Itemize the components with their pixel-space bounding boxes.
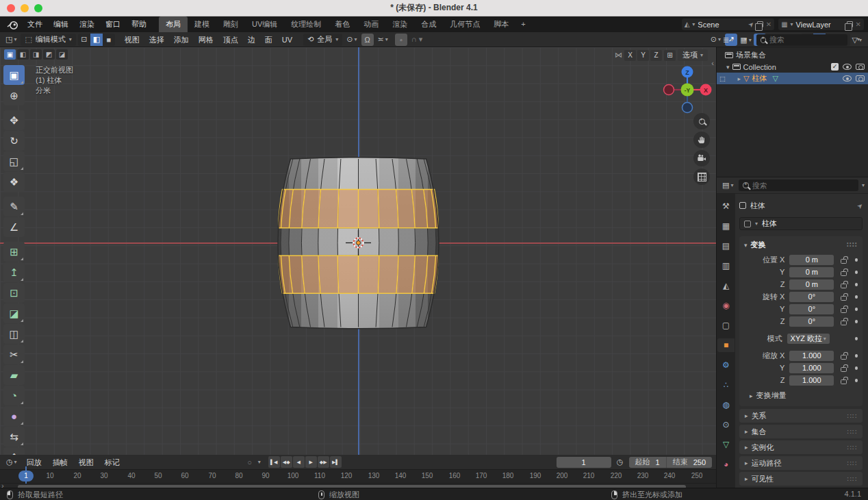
delta-transform-subpanel[interactable]: ▸ 变换增量 — [744, 390, 858, 401]
particles-tab[interactable]: ∴ — [717, 378, 735, 392]
outliner-editor-type-button[interactable]: ≣ ▾ — [721, 34, 735, 46]
viewport-menu-item[interactable]: 选择 — [144, 32, 169, 47]
viewport-menu-item[interactable]: 视图 — [120, 32, 144, 47]
viewport-menu-item[interactable]: 添加 — [169, 32, 194, 47]
duplicate-scene-icon[interactable] — [757, 21, 763, 27]
select-extend-icon[interactable]: ◧ — [17, 49, 29, 60]
scale-value-field[interactable]: 1.000 — [789, 363, 834, 373]
outliner-search-input[interactable] — [769, 36, 843, 44]
outliner-search[interactable] — [756, 34, 847, 46]
snap-toggle[interactable]: Ω — [361, 34, 374, 46]
frame-end-field[interactable]: 结束250 — [667, 457, 712, 468]
add-workspace-button[interactable]: + — [515, 16, 531, 32]
edge-slide-tool[interactable]: ⇆ — [3, 427, 25, 447]
timeline-menu-item[interactable]: 插帧 — [47, 455, 73, 470]
disable-render-camera-icon[interactable] — [856, 64, 865, 70]
lock-icon[interactable] — [841, 379, 846, 384]
previous-keyframe-button[interactable]: ◀◆ — [281, 456, 292, 468]
timeline-menu-item[interactable]: 视图 — [73, 455, 99, 470]
rotation-mode-dropdown[interactable]: XYZ 欧拉▾ — [787, 334, 830, 344]
timeline-editor-type-button[interactable]: ◷ ▾ — [4, 456, 19, 468]
spin-tool[interactable]: ◔ — [3, 386, 25, 405]
object-row[interactable]: ⬚ ▸ ▽ 柱体 ▽ — [717, 73, 868, 84]
properties-search[interactable] — [739, 179, 858, 191]
transform-value-field[interactable]: 0 m — [789, 267, 834, 277]
transform-value-field[interactable]: 0° — [789, 316, 834, 327]
select-subtract-icon[interactable]: ◨ — [30, 49, 42, 60]
pivot-point-dropdown[interactable]: ⊙ ▾ — [344, 34, 359, 46]
lock-icon[interactable] — [841, 259, 846, 264]
poly-build-tool[interactable]: ▰ — [3, 365, 25, 385]
zoom-view-button[interactable] — [693, 113, 710, 129]
keyframe-dot-icon[interactable] — [855, 295, 858, 299]
proportional-falloff-dropdown[interactable]: ∩ ▾ — [409, 34, 424, 46]
scale-tool[interactable]: ◱ — [3, 151, 25, 171]
workspace-tab[interactable]: 动画 — [357, 16, 385, 32]
workspace-tab[interactable]: 着色 — [328, 16, 357, 32]
editor-type-button[interactable]: ◳ ▾ — [3, 34, 18, 46]
transform-value-field[interactable]: 0° — [789, 304, 834, 314]
collection-checkbox[interactable]: ✓ — [831, 63, 839, 71]
close-window-button[interactable] — [7, 4, 15, 12]
jump-to-start-button[interactable]: ▌◀ — [268, 456, 280, 468]
maximize-window-button[interactable] — [34, 4, 42, 12]
constraints-tab[interactable]: ⊙ — [717, 418, 735, 432]
pin-icon[interactable]: ➤ — [855, 201, 865, 210]
minimize-window-button[interactable] — [21, 4, 29, 12]
workspace-tab[interactable]: 合成 — [414, 16, 443, 32]
cursor-tool[interactable]: ⊕ — [3, 86, 25, 105]
vertex-select-mode-button[interactable]: ⊡ — [78, 34, 90, 46]
lock-icon[interactable] — [841, 271, 846, 276]
lock-icon[interactable] — [841, 308, 846, 313]
workspace-tab[interactable]: UV编辑 — [245, 16, 284, 32]
pan-view-button[interactable] — [693, 132, 710, 148]
menu-item[interactable]: 帮助 — [126, 16, 152, 32]
auto-keying-dropdown[interactable]: ▾ — [258, 459, 261, 465]
extrude-region-tool[interactable]: ↥ — [3, 262, 25, 282]
workspace-tab[interactable]: 布局 — [159, 16, 188, 32]
annotate-tool[interactable]: ✎ — [3, 197, 25, 216]
material-tab[interactable]: ◕ — [717, 458, 735, 471]
rotate-tool[interactable]: ↻ — [3, 131, 25, 151]
auto-keying-toggle[interactable]: ○ — [244, 456, 256, 468]
measure-tool[interactable]: ∠ — [3, 217, 25, 237]
collapsed-panel-header[interactable]: ▸ 运动路径 ∷∷ — [739, 456, 863, 470]
camera-view-button[interactable] — [693, 150, 710, 166]
collapsed-panel-header[interactable]: ▸ 可见性 ∷∷ — [739, 472, 863, 486]
expand-collection-arrow[interactable]: ▾ — [726, 64, 730, 71]
snap-settings-dropdown[interactable]: ≍ ▾ — [376, 34, 390, 46]
tool-tab[interactable]: ⚒ — [717, 199, 735, 213]
collection-tab[interactable]: ▢ — [717, 318, 735, 332]
scene-collection-row[interactable]: 场景集合 — [717, 49, 868, 61]
next-keyframe-button[interactable]: ◆▶ — [318, 456, 329, 468]
barrel-mesh[interactable] — [257, 141, 459, 344]
keyframe-dot-icon[interactable] — [855, 354, 858, 358]
transform-orientation-dropdown[interactable]: ⟲ 全局 ▾ — [303, 34, 342, 46]
current-frame-field[interactable]: 1 — [557, 457, 611, 468]
edge-select-mode-button[interactable]: ◧ — [90, 34, 103, 46]
menu-item[interactable]: 编辑 — [48, 16, 74, 32]
object-name-field[interactable]: ▾ 柱体 — [739, 217, 863, 230]
lock-icon[interactable] — [841, 321, 846, 325]
scene-name[interactable]: Scene — [698, 21, 745, 29]
workspace-tab[interactable]: 几何节点 — [443, 16, 487, 32]
data-tab[interactable]: ▽ — [717, 438, 735, 451]
frame-start-field[interactable]: 起始1 — [629, 457, 667, 468]
navigation-gizmo[interactable]: Z X -Y — [661, 62, 715, 116]
select-box-tool[interactable]: ▣ — [3, 65, 25, 85]
move-tool[interactable]: ✥ — [3, 110, 25, 130]
menu-item[interactable]: 文件 — [22, 16, 48, 32]
playhead[interactable]: 1 — [18, 471, 34, 482]
scene-tab[interactable]: ◭ — [717, 279, 735, 292]
outliner-filter-button[interactable]: ▽ ▾ — [850, 34, 864, 46]
lock-icon[interactable] — [841, 284, 846, 288]
keyframe-dot-icon[interactable] — [855, 258, 858, 262]
transform-panel-header[interactable]: ▾ 变换 ∷∷ — [744, 240, 858, 250]
keyframe-dot-icon[interactable] — [855, 283, 858, 286]
timeline-ruler[interactable]: 1020304050607080901001101201301401501601… — [0, 470, 716, 484]
mirror-x-button[interactable]: X — [624, 50, 636, 61]
unlink-scene-icon[interactable]: ✕ — [766, 21, 771, 28]
panel-grip-icon[interactable]: ∷∷ — [847, 241, 858, 249]
hide-object-eye-icon[interactable] — [843, 75, 852, 82]
menu-item[interactable]: 窗口 — [100, 16, 126, 32]
